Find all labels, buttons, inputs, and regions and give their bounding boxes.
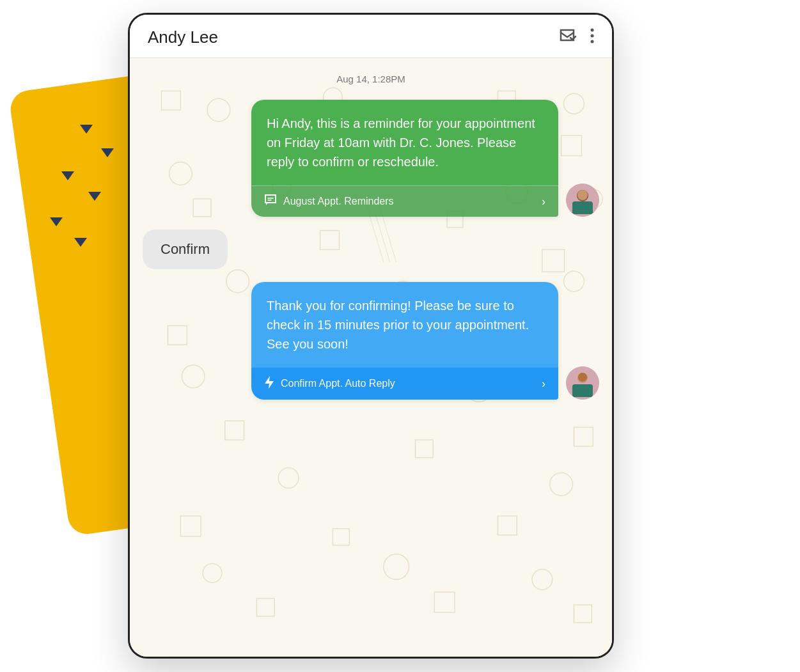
svg-rect-52 [572,201,593,214]
auto-reply-message-group: Thank you for confirming! Please be sure… [143,282,599,400]
svg-rect-16 [415,440,433,458]
svg-point-38 [278,468,299,488]
phone-mockup: Andy Lee [128,13,614,659]
svg-point-41 [384,554,409,580]
svg-rect-19 [333,529,349,545]
chat-header: Andy Lee [130,15,612,58]
footer-arrow-icon: › [542,195,545,208]
auto-reply-sender-avatar [566,366,599,400]
svg-point-1 [591,34,594,37]
svg-rect-21 [256,598,274,616]
header-actions [560,28,594,47]
incoming-message-text: Confirm [161,241,210,257]
auto-reply-label: Confirm Appt. Auto Reply [264,375,395,392]
svg-point-2 [591,40,594,43]
message-timestamp: Aug 14, 1:28PM [143,74,599,84]
incoming-bubble: Confirm [143,230,228,269]
outgoing-bubble: Hi Andy, this is a reminder for your app… [251,100,558,217]
contact-name: Andy Lee [148,27,218,47]
bolt-icon [264,375,274,392]
decorative-triangle [61,171,74,180]
chat-bubble-icon [264,194,277,209]
decorative-triangle [50,217,63,226]
mark-read-icon[interactable] [560,29,577,47]
svg-point-42 [532,569,553,590]
decorative-triangle [80,125,93,134]
svg-rect-23 [574,605,592,623]
sender-avatar [566,184,599,217]
svg-point-53 [577,190,588,200]
auto-reply-text: Thank you for confirming! Please be sure… [251,282,558,368]
svg-rect-55 [572,384,593,397]
outgoing-message-group: Hi Andy, this is a reminder for your app… [143,100,599,217]
more-options-icon[interactable] [590,28,594,47]
messages-container: Aug 14, 1:28PM Hi Andy, this is a remind… [143,74,599,400]
auto-reply-bubble: Thank you for confirming! Please be sure… [251,282,558,400]
incoming-message-group: Confirm [143,230,599,269]
chat-area: Aug 14, 1:28PM Hi Andy, this is a remind… [130,58,612,657]
campaign-label: August Appt. Reminders [264,194,394,209]
auto-reply-footer[interactable]: Confirm Appt. Auto Reply › [251,368,558,400]
svg-point-57 [578,373,587,382]
decorative-triangle [74,238,87,247]
decorative-triangle [88,192,101,201]
svg-rect-22 [434,592,455,613]
svg-point-39 [550,473,573,496]
outgoing-message-footer[interactable]: August Appt. Reminders › [251,185,558,217]
svg-rect-17 [574,427,593,446]
auto-reply-arrow-icon: › [542,377,545,391]
svg-rect-15 [225,421,244,440]
svg-rect-18 [180,516,201,536]
decorative-triangle [101,148,114,157]
svg-rect-20 [498,516,517,535]
svg-point-0 [591,28,594,31]
svg-point-40 [203,563,222,582]
outgoing-message-text: Hi Andy, this is a reminder for your app… [251,100,558,185]
